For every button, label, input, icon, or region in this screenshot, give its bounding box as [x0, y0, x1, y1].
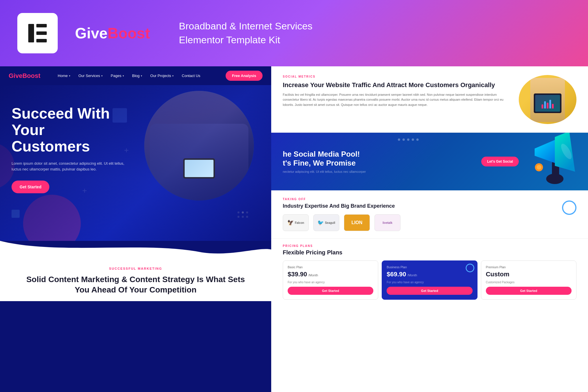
- nav-item-home[interactable]: Home ▾: [58, 74, 70, 78]
- nav-cta-button[interactable]: Free Analysis: [226, 71, 263, 81]
- plan-name-business: Business Plan: [387, 265, 472, 269]
- svg-rect-3: [36, 39, 47, 42]
- pricing-btn-premium[interactable]: Get Started: [486, 287, 572, 295]
- industry-title: Industry Expertise And Big Brand Experie…: [283, 203, 400, 209]
- pricing-desc-basic: For you who have an agency: [288, 280, 373, 284]
- metrics-title: Increase Your Website Traffic And Attrac…: [283, 81, 510, 89]
- right-panels: SOCIAL METRICS Increase Your Website Tra…: [271, 66, 588, 392]
- metrics-description: Facilisis leo vel fringilla est ullamcor…: [283, 92, 510, 108]
- pricing-deco-circle: [466, 264, 474, 272]
- pricing-cards: Basic Plan $39.90 /Month For you who hav…: [283, 260, 576, 300]
- metrics-image: [519, 75, 576, 124]
- pricing-price-basic: $39.90 /Month: [288, 271, 373, 278]
- chevron-down-icon: ▾: [101, 74, 103, 77]
- nav-item-projects[interactable]: Our Projects ▾: [150, 74, 174, 78]
- pricing-price-business: $69.90 /Month: [387, 271, 472, 278]
- metrics-content: SOCIAL METRICS Increase Your Website Tra…: [283, 75, 510, 107]
- pricing-title: Flexible Pricing Plans: [283, 249, 576, 256]
- pricing-card-business: Business Plan $69.90 /Month For you who …: [382, 260, 477, 300]
- pricing-card-premium: Premium Plan Custom Customized Packages …: [481, 260, 576, 300]
- top-banner: GiveBoost Broadband & Internet Services …: [0, 0, 588, 66]
- hero-section: + +: [0, 85, 271, 241]
- deco-circle: [562, 200, 576, 215]
- brand-logo-seagull: 🐦 Seagull: [313, 214, 339, 231]
- industry-section: TAKING OFF Industry Expertise And Big Br…: [271, 190, 588, 239]
- megaphone-decoration: [525, 133, 582, 187]
- brand-logo-livetalk: livetalk: [374, 214, 400, 231]
- hero-wave-section: [0, 241, 271, 255]
- seagull-icon: 🐦: [317, 220, 324, 226]
- falcon-icon: 🦅: [287, 220, 294, 226]
- pricing-btn-basic[interactable]: Get Started: [288, 287, 373, 295]
- content-marketing-section: SUCCESSFUL MARKETING Solid Content Marke…: [0, 255, 271, 301]
- social-pool-section: he Social Media Pool! t's Fine, We Promi…: [271, 133, 588, 190]
- svg-point-8: [537, 165, 541, 170]
- content-row: GiveBoost Home ▾ Our Services ▾ Pages ▾: [0, 66, 588, 392]
- pricing-price-premium: Custom: [486, 271, 572, 278]
- livetalk-icon: livetalk: [383, 221, 392, 224]
- svg-rect-1: [36, 24, 47, 27]
- pool-dots: [398, 138, 419, 141]
- nav-item-contact[interactable]: Contact Us: [182, 74, 200, 78]
- elementor-logo: [17, 13, 58, 53]
- plan-name-basic: Basic Plan: [288, 265, 373, 269]
- pricing-card-basic: Basic Plan $39.90 /Month For you who hav…: [283, 260, 378, 300]
- hero-content: Succeed With Your Customers Lorem ipsum …: [12, 105, 127, 193]
- hero-cta-button[interactable]: Get Started: [12, 181, 49, 193]
- nav-item-services[interactable]: Our Services ▾: [78, 74, 103, 78]
- nav-item-pages[interactable]: Pages ▾: [111, 74, 124, 78]
- chevron-down-icon: ▾: [123, 74, 124, 77]
- pricing-desc-premium: Customized Packages: [486, 280, 572, 284]
- social-metrics-panel: SOCIAL METRICS Increase Your Website Tra…: [271, 66, 588, 133]
- website-preview: GiveBoost Home ▾ Our Services ▾ Pages ▾: [0, 66, 271, 392]
- nav-menu: Home ▾ Our Services ▾ Pages ▾ Blog ▾: [58, 74, 226, 78]
- industry-content: TAKING OFF Industry Expertise And Big Br…: [283, 198, 400, 231]
- chevron-down-icon: ▾: [172, 74, 174, 77]
- pricing-desc-business: For you who have an agency: [387, 280, 472, 284]
- nav-bar: GiveBoost Home ▾ Our Services ▾ Pages ▾: [0, 66, 271, 85]
- metrics-image-inner: [519, 75, 576, 124]
- wave-svg: [0, 241, 271, 255]
- hero-title: Succeed With Your Customers: [12, 105, 127, 155]
- brand-logos: 🦅 Falcon 🐦 Seagull LION live: [283, 214, 400, 231]
- megaphone-icon: [529, 133, 578, 186]
- plan-name-premium: Premium Plan: [486, 265, 572, 269]
- brand-suffix: Boost: [108, 25, 150, 42]
- pricing-section: PRICING PLANS Flexible Pricing Plans Bas…: [271, 239, 588, 305]
- lion-icon: LION: [351, 220, 362, 225]
- pricing-label: PRICING PLANS: [283, 244, 576, 247]
- brand-logo-lion: LION: [344, 214, 370, 231]
- svg-rect-0: [28, 24, 34, 42]
- metrics-label: SOCIAL METRICS: [283, 75, 510, 78]
- nav-item-blog[interactable]: Blog ▾: [132, 74, 142, 78]
- chevron-down-icon: ▾: [69, 74, 70, 77]
- pricing-btn-business[interactable]: Get Started: [387, 287, 472, 295]
- industry-label: TAKING OFF: [283, 198, 400, 201]
- banner-brand: GiveBoost: [75, 25, 150, 42]
- page-wrapper: GiveBoost Broadband & Internet Services …: [0, 0, 588, 392]
- social-pool-button[interactable]: Let's Get Social: [481, 157, 519, 166]
- banner-tagline: Broadband & Internet Services Elementor …: [179, 19, 312, 47]
- hero-description: Lorem ipsum dolor sit amet, consectetur …: [12, 161, 127, 173]
- chevron-down-icon: ▾: [141, 74, 142, 77]
- brand-prefix: Give: [75, 25, 108, 42]
- svg-rect-2: [36, 31, 47, 35]
- nav-brand: GiveBoost: [9, 72, 40, 80]
- content-marketing-title: Solid Content Marketing & Content Strate…: [12, 274, 260, 295]
- brand-logo-falcon: 🦅 Falcon: [283, 214, 309, 231]
- section-label: SUCCESSFUL MARKETING: [12, 267, 260, 270]
